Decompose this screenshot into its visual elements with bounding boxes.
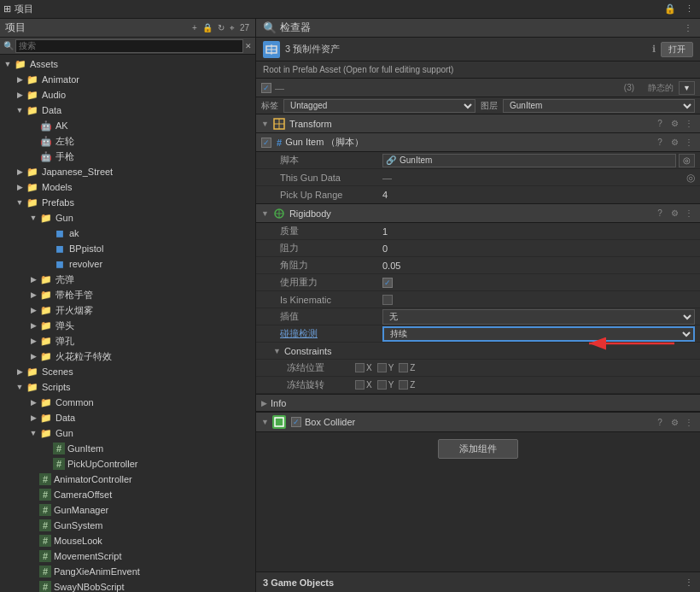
tree-item-pangxie[interactable]: ▶ # PangXieAnimEnvent [0, 564, 255, 579]
prefab-icon: 🤖 [39, 119, 53, 132]
box-collider-settings-button[interactable]: ⚙ [668, 416, 680, 428]
tree-item-japanese-street[interactable]: ▶ 📁 Japanese_Street [0, 164, 255, 179]
tree-item-animator[interactable]: ▶ 📁 Animator [0, 72, 255, 87]
freeze-rot-x-checkbox[interactable] [355, 380, 365, 390]
tree-item-prefabs[interactable]: ▼ 📁 Prefabs [0, 195, 255, 210]
rigidbody-section-header[interactable]: ▼ Rigidbody ? ⚙ ⋮ [256, 204, 700, 223]
clear-search-button[interactable]: ✕ [245, 42, 252, 50]
collision-select[interactable]: 持续 [382, 326, 695, 342]
freeze-pos-x-checkbox[interactable] [355, 363, 365, 372]
tree-label: CameraOffset [54, 489, 112, 500]
tree-item-revolver[interactable]: ▶ ◼ revolver [0, 256, 255, 272]
box-collider-section-header[interactable]: ▼ Box Collider ? ⚙ ⋮ [256, 412, 700, 432]
freeze-rot-z-checkbox[interactable] [399, 380, 408, 390]
freeze-pos-z-checkbox[interactable] [399, 363, 408, 372]
this-gun-data-target[interactable]: ◎ [686, 172, 695, 184]
game-objects-menu-button[interactable]: ⋮ [685, 577, 693, 587]
tag-select[interactable]: Untagged [283, 99, 475, 113]
tree-item-barrel[interactable]: ▶ 📁 带枪手管 [0, 287, 255, 302]
tree-item-assets[interactable]: ▼ 📁 Assets [0, 56, 255, 72]
search-input[interactable] [15, 39, 243, 53]
tree-item-swaynbob[interactable]: ▶ # SwayNBobScript [0, 579, 255, 592]
lock-button[interactable]: 🔒 [662, 3, 679, 15]
transform-settings-button[interactable]: ⚙ [668, 118, 680, 130]
folder-icon: 📁 [26, 196, 39, 209]
static-dropdown[interactable]: ▼ [679, 81, 695, 95]
panel-refresh-button[interactable]: ↻ [217, 22, 225, 33]
freeze-rot-label: 冻结旋转 [287, 378, 355, 391]
tree-label: PangXieAnimEnvent [54, 566, 140, 577]
tree-item-common[interactable]: ▶ 📁 Common [0, 395, 255, 410]
box-collider-menu-button[interactable]: ⋮ [683, 416, 695, 428]
tree-item-mouse-look[interactable]: ▶ # MouseLook [0, 533, 255, 548]
gun-item-menu-button[interactable]: ⋮ [683, 137, 695, 149]
tree-item-handgun[interactable]: ▶ 🤖 手枪 [0, 149, 255, 164]
constraints-header[interactable]: ▼ Constraints [256, 343, 700, 360]
is-kinematic-row: Is Kinematic [256, 291, 700, 308]
project-tree: ▼ 📁 Assets ▶ 📁 Animator ▶ 📁 Audio ▼ 📁 Da… [0, 55, 255, 592]
tree-item-bullet-hole[interactable]: ▶ 📁 弹孔 [0, 333, 255, 349]
panel-search-button[interactable]: ⌖ [229, 22, 236, 34]
interpolate-select[interactable]: 无 [382, 309, 695, 325]
tree-item-bppistol[interactable]: ▶ ◼ BPpistol [0, 241, 255, 256]
search-icon: 🔍 [3, 41, 14, 50]
tree-item-shell[interactable]: ▶ 📁 壳弹 [0, 272, 255, 287]
tree-item-audio[interactable]: ▶ 📁 Audio [0, 87, 255, 103]
tree-item-sparks[interactable]: ▶ 📁 火花粒子特效 [0, 349, 255, 364]
project-icon: ⊞ [3, 3, 11, 15]
tree-item-scripts[interactable]: ▼ 📁 Scripts [0, 379, 255, 395]
add-component-button[interactable]: 添加组件 [438, 439, 518, 459]
tree-item-leftgun[interactable]: ▶ 🤖 左轮 [0, 133, 255, 149]
freeze-rot-y-checkbox[interactable] [377, 380, 387, 390]
tree-item-data-scripts[interactable]: ▶ 📁 Data [0, 410, 255, 425]
tree-item-gun-manager[interactable]: ▶ # GunManager [0, 502, 255, 518]
transform-menu-button[interactable]: ⋮ [683, 118, 695, 130]
tree-item-gun-system[interactable]: ▶ # GunSystem [0, 518, 255, 533]
gun-item-help-button[interactable]: ? [654, 137, 666, 149]
tree-item-scenes[interactable]: ▶ 📁 Scenes [0, 364, 255, 379]
tree-item-movement-script[interactable]: ▶ # MovementScript [0, 548, 255, 564]
inspector-menu-button[interactable]: ⋮ [683, 22, 693, 33]
tree-item-gun-folder[interactable]: ▼ 📁 Gun [0, 210, 255, 226]
panel-count-button[interactable]: 27 [239, 22, 250, 33]
menu-button[interactable]: ⋮ [682, 3, 697, 15]
script-ref-field[interactable]: 🔗 GunItem [382, 154, 676, 167]
tree-item-gun-scripts[interactable]: ▼ 📁 Gun [0, 425, 255, 441]
transform-section-header[interactable]: ▼ Transform ? ⚙ ⋮ [256, 114, 700, 133]
transform-help-button[interactable]: ? [654, 118, 666, 130]
panel-lock-button[interactable]: 🔒 [201, 22, 213, 33]
gravity-label: 使用重力 [280, 276, 382, 289]
tree-item-bullet[interactable]: ▶ 📁 弹头 [0, 318, 255, 333]
prefab-icon: 🤖 [39, 149, 53, 163]
panel-add-button[interactable]: + [191, 22, 198, 33]
open-button[interactable]: 打开 [661, 42, 693, 57]
script-target-button[interactable]: ◎ [679, 154, 695, 167]
rigidbody-buttons: ? ⚙ ⋮ [654, 208, 695, 220]
info-section-header[interactable]: ▶ Info [256, 395, 700, 412]
rigidbody-menu-button[interactable]: ⋮ [683, 208, 695, 220]
tree-item-models[interactable]: ▶ 📁 Models [0, 179, 255, 195]
box-collider-help-button[interactable]: ? [654, 416, 666, 428]
gravity-checkbox[interactable] [382, 278, 393, 288]
tree-item-ak[interactable]: ▶ 🤖 AK [0, 118, 255, 133]
tree-item-smoke[interactable]: ▶ 📁 开火烟雾 [0, 302, 255, 318]
active-checkbox[interactable] [261, 83, 271, 93]
freeze-pos-y-checkbox[interactable] [377, 363, 387, 372]
gun-item-settings-button[interactable]: ⚙ [668, 137, 680, 149]
gun-item-checkbox[interactable] [261, 138, 271, 148]
gun-item-section-header[interactable]: # Gun Item （脚本） ? ⚙ ⋮ [256, 133, 700, 152]
tree-item-pickup-script[interactable]: ▶ # PickUpController [0, 456, 255, 472]
rigidbody-help-button[interactable]: ? [654, 208, 666, 220]
is-kinematic-checkbox[interactable] [382, 295, 393, 305]
transform-buttons: ? ⚙ ⋮ [654, 118, 695, 130]
box-collider-checkbox[interactable] [291, 417, 301, 427]
tree-item-camera-offset[interactable]: ▶ # CameraOffset [0, 487, 255, 502]
gun-item-label: Gun Item （脚本） [285, 136, 650, 149]
rigidbody-settings-button[interactable]: ⚙ [668, 208, 680, 220]
layer-select[interactable]: GunItem [503, 99, 695, 113]
tree-label: Scripts [42, 382, 71, 392]
tree-item-ak-prefab[interactable]: ▶ ◼ ak [0, 226, 255, 241]
tree-item-gunitem-script[interactable]: ▶ # GunItem [0, 441, 255, 456]
tree-item-data[interactable]: ▼ 📁 Data [0, 103, 255, 118]
tree-item-animctrl-script[interactable]: ▶ # AnimatorController [0, 472, 255, 487]
